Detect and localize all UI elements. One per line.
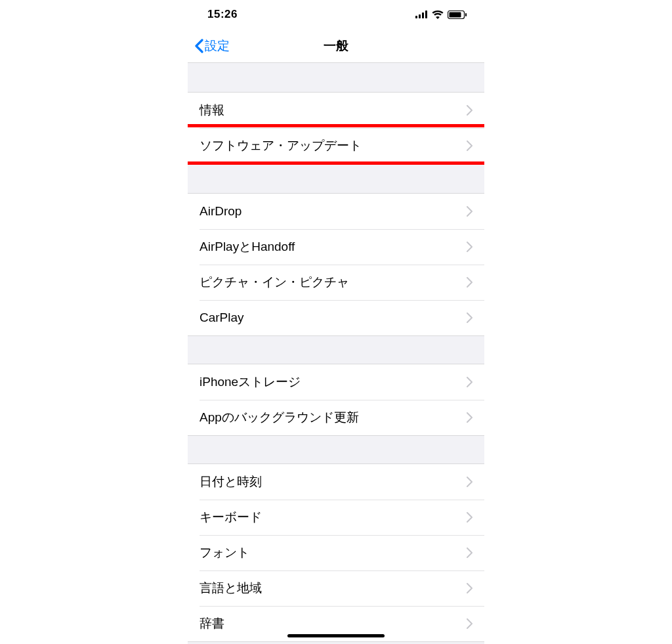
- settings-section: AirDrop AirPlayとHandoff ピクチャ・イン・ピクチャ Car…: [188, 193, 484, 336]
- nav-header: 設定 一般: [188, 29, 484, 63]
- row-label: 辞書: [200, 615, 224, 632]
- row-language-region[interactable]: 言語と地域: [188, 570, 484, 606]
- wifi-icon: [432, 11, 444, 19]
- section-gap: [188, 436, 484, 463]
- row-label: ソフトウェア・アップデート: [200, 137, 362, 154]
- chevron-right-icon: [467, 206, 472, 217]
- row-label: Appのバックグラウンド更新: [200, 409, 359, 426]
- row-label: CarPlay: [200, 311, 244, 325]
- row-label: ピクチャ・イン・ピクチャ: [200, 274, 349, 291]
- page-title: 一般: [324, 37, 348, 54]
- row-picture-in-picture[interactable]: ピクチャ・イン・ピクチャ: [188, 265, 484, 300]
- settings-section: 情報 ソフトウェア・アップデート: [188, 92, 484, 164]
- row-label: iPhoneストレージ: [200, 374, 301, 391]
- section-gap: [188, 164, 484, 193]
- svg-rect-0: [415, 16, 417, 18]
- back-button[interactable]: 設定: [194, 37, 230, 54]
- chevron-right-icon: [467, 377, 472, 387]
- back-label: 設定: [205, 37, 230, 54]
- status-bar: 15:26: [188, 0, 484, 29]
- row-label: 言語と地域: [200, 580, 262, 597]
- chevron-right-icon: [467, 277, 472, 288]
- row-about[interactable]: 情報: [188, 93, 484, 128]
- row-keyboard[interactable]: キーボード: [188, 500, 484, 535]
- section-gap: [188, 63, 484, 92]
- phone-frame: 15:26: [188, 0, 484, 644]
- row-label: AirPlayとHandoff: [200, 238, 295, 255]
- row-label: 日付と時刻: [200, 473, 262, 490]
- row-label: キーボード: [200, 509, 262, 526]
- row-label: 情報: [200, 102, 224, 119]
- row-software-update[interactable]: ソフトウェア・アップデート: [188, 128, 484, 163]
- chevron-right-icon: [467, 547, 472, 558]
- battery-icon: [448, 11, 467, 19]
- chevron-right-icon: [467, 477, 472, 487]
- cellular-signal-icon: [415, 11, 428, 18]
- svg-rect-2: [422, 12, 424, 18]
- row-date-time[interactable]: 日付と時刻: [188, 464, 484, 500]
- home-indicator[interactable]: [287, 634, 385, 637]
- row-label: AirDrop: [200, 204, 242, 219]
- chevron-right-icon: [467, 242, 472, 252]
- svg-rect-1: [419, 14, 421, 18]
- settings-section: 日付と時刻 キーボード フォント 言語と地域: [188, 463, 484, 642]
- row-airdrop[interactable]: AirDrop: [188, 194, 484, 229]
- row-background-app-refresh[interactable]: Appのバックグラウンド更新: [188, 400, 484, 435]
- row-airplay-handoff[interactable]: AirPlayとHandoff: [188, 229, 484, 265]
- chevron-right-icon: [467, 412, 472, 423]
- row-fonts[interactable]: フォント: [188, 535, 484, 570]
- section-gap: [188, 336, 484, 364]
- svg-rect-6: [465, 13, 467, 16]
- settings-section: iPhoneストレージ Appのバックグラウンド更新: [188, 364, 484, 436]
- svg-rect-3: [425, 11, 427, 18]
- chevron-right-icon: [467, 105, 472, 116]
- chevron-right-icon: [467, 618, 472, 629]
- chevron-right-icon: [467, 140, 472, 151]
- chevron-right-icon: [467, 312, 472, 323]
- chevron-right-icon: [467, 512, 472, 523]
- row-iphone-storage[interactable]: iPhoneストレージ: [188, 364, 484, 400]
- status-icons: [415, 11, 467, 19]
- chevron-left-icon: [194, 39, 203, 53]
- svg-rect-5: [450, 12, 461, 17]
- status-time: 15:26: [207, 8, 238, 21]
- settings-content[interactable]: 情報 ソフトウェア・アップデート AirDrop: [188, 63, 484, 644]
- row-label: フォント: [200, 544, 249, 561]
- chevron-right-icon: [467, 583, 472, 593]
- row-carplay[interactable]: CarPlay: [188, 300, 484, 335]
